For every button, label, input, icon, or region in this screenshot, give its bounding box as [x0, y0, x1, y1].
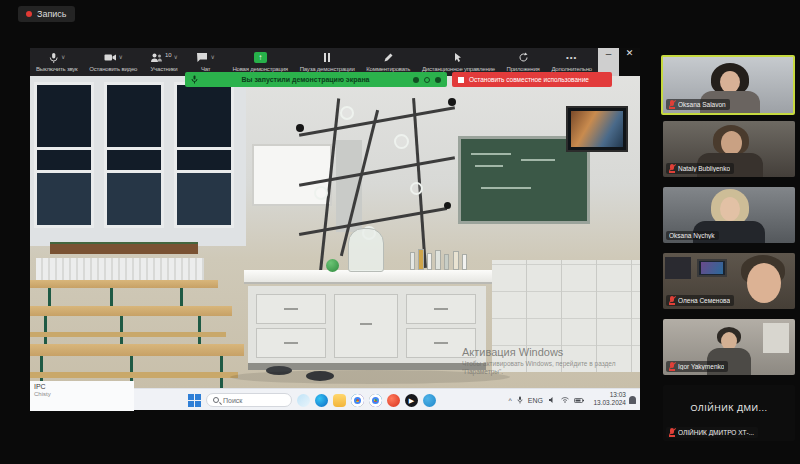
stop-share-label: Остановить совместное использование	[469, 76, 589, 83]
muted-mic-icon	[669, 164, 675, 173]
banner-settings-icon[interactable]	[435, 77, 441, 83]
demo-bench-top	[244, 270, 494, 284]
language-indicator[interactable]: ENG	[528, 397, 543, 404]
participant-name: Oksana Salavon	[678, 101, 726, 108]
stop-icon	[458, 77, 464, 83]
muted-mic-icon	[669, 100, 675, 109]
red-app-icon[interactable]	[387, 394, 400, 407]
participant-name: ОЛІЙНИК ДМИТРО ХТ-...	[678, 429, 754, 436]
more-icon: •••	[566, 52, 577, 63]
classroom-tv	[566, 106, 628, 152]
chrome-profile-icon[interactable]	[369, 394, 382, 407]
apps-icon	[518, 52, 529, 63]
volume-icon[interactable]	[548, 396, 556, 404]
file-explorer-icon[interactable]	[333, 394, 346, 407]
media-app-icon[interactable]: ▶	[405, 394, 418, 407]
muted-mic-icon	[669, 362, 675, 371]
tv-screen	[571, 111, 623, 147]
mute-button[interactable]: ∨ Выключить звук	[36, 49, 78, 75]
chrome-icon[interactable]	[351, 394, 364, 407]
telegram-icon[interactable]	[423, 394, 436, 407]
participants-count: 10	[165, 52, 172, 59]
bell-jar	[348, 228, 384, 272]
remote-control-icon	[453, 52, 463, 63]
sharing-banner-text: Вы запустили демонстрацию экрана	[203, 76, 408, 83]
chevron-up-icon[interactable]: ∨	[174, 52, 178, 62]
tray-mic-icon[interactable]	[517, 396, 523, 404]
participant-tile[interactable]: Oksana Nychyk	[663, 187, 795, 243]
shared-screen-content: Активация Windows Чтобы активировать Win…	[30, 48, 640, 388]
recording-label: Запись	[37, 9, 67, 19]
reagent-bottles	[410, 246, 480, 272]
classroom-windows	[30, 74, 246, 246]
watermark-title: Активация Windows	[462, 346, 640, 358]
tray-chevron-icon[interactable]: ^	[509, 397, 512, 404]
participant-tile[interactable]: ОЛІЙНИК ДМИ... ОЛІЙНИК ДМИТРО ХТ-...	[663, 385, 795, 441]
search-placeholder: Поиск	[223, 397, 242, 404]
muted-mic-icon	[669, 428, 675, 437]
participant-name: Олена Семенова	[678, 297, 730, 304]
participant-name: Nataly Bubliyenko	[678, 165, 730, 172]
green-flask	[326, 259, 339, 272]
windows-taskbar: IPC Chisty Поиск ▶ ^ ENG	[30, 388, 640, 410]
participants-icon	[150, 52, 163, 63]
system-tray: ^ ENG	[509, 389, 584, 411]
network-icon[interactable]	[561, 396, 569, 404]
stop-video-button[interactable]: ∨ Остановить видео	[89, 49, 137, 75]
share-screen-icon: ↑	[254, 52, 267, 63]
sharing-banner: Вы запустили демонстрацию экрана	[185, 72, 447, 87]
recording-indicator: Запись	[18, 6, 75, 22]
demo-bench-front	[248, 286, 486, 370]
watermark-subtitle: Чтобы активировать Windows, перейдите в …	[462, 360, 640, 376]
participant-tile[interactable]: Олена Семенова	[663, 253, 795, 309]
annotate-icon	[383, 52, 394, 63]
window-planter	[50, 242, 198, 254]
participant-display-name: ОЛІЙНИК ДМИ...	[663, 403, 795, 413]
windows-activation-watermark: Активация Windows Чтобы активировать Win…	[462, 346, 640, 376]
participant-name: Oksana Nychyk	[669, 232, 715, 239]
participant-tile[interactable]: Nataly Bubliyenko	[663, 121, 795, 177]
windows-start-icon[interactable]	[188, 394, 201, 407]
banner-audio-icon[interactable]	[413, 77, 419, 83]
notification-bell-icon[interactable]	[629, 396, 636, 404]
banner-visibility-icon[interactable]	[424, 77, 430, 83]
clock-date: 13.03.2024	[593, 399, 626, 407]
zoom-meeting-window: Запись	[0, 0, 800, 464]
edge-browser-icon[interactable]	[315, 394, 328, 407]
weather-widget-icon[interactable]	[297, 394, 310, 407]
muted-mic-icon	[669, 296, 675, 305]
clock-time: 13:03	[593, 391, 626, 399]
stop-share-button[interactable]: Остановить совместное использование	[452, 72, 612, 87]
chevron-up-icon[interactable]: ∨	[119, 52, 123, 62]
presenter-label: IPC Chisty	[30, 381, 134, 411]
battery-icon[interactable]	[574, 397, 584, 404]
pause-icon	[324, 52, 330, 62]
chat-icon	[196, 52, 208, 63]
taskbar-search-input[interactable]: Поиск	[206, 393, 292, 407]
radiator	[36, 258, 204, 282]
search-icon	[213, 397, 219, 403]
taskbar-clock[interactable]: 13:03 13.03.2024	[593, 391, 626, 407]
mic-icon	[48, 52, 59, 64]
chevron-up-icon[interactable]: ∨	[61, 52, 65, 62]
participants-button[interactable]: 10 ∨ Участники	[149, 49, 179, 75]
camera-icon	[104, 52, 117, 63]
participant-name: Igor Yakymenko	[678, 363, 724, 370]
chevron-up-icon[interactable]: ∨	[210, 52, 214, 62]
banner-mic-icon	[191, 75, 198, 84]
participant-tile[interactable]: Oksana Salavon	[661, 55, 795, 115]
participant-tile[interactable]: Igor Yakymenko	[663, 319, 795, 375]
close-icon[interactable]: ✕	[619, 48, 640, 76]
recording-dot-icon	[26, 11, 32, 17]
